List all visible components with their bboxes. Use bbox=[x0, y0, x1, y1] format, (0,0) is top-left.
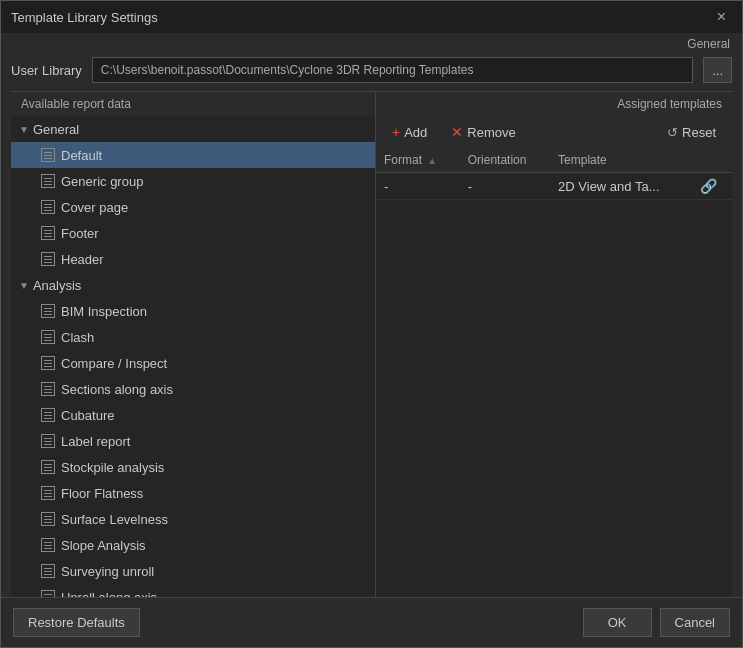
doc-icon-label-report bbox=[41, 434, 55, 448]
tree-item-footer-label: Footer bbox=[61, 226, 99, 241]
doc-icon-surveying-unroll bbox=[41, 564, 55, 578]
remove-icon: ✕ bbox=[451, 124, 463, 140]
ok-button[interactable]: OK bbox=[583, 608, 652, 637]
tree-item-footer[interactable]: Footer bbox=[11, 220, 375, 246]
tree-item-unroll-along-axis[interactable]: Unroll along axis bbox=[11, 584, 375, 597]
tree-item-label-report[interactable]: Label report bbox=[11, 428, 375, 454]
tree-container[interactable]: ▼ General Default Generic group bbox=[11, 116, 375, 597]
tree-item-clash[interactable]: Clash bbox=[11, 324, 375, 350]
remove-button[interactable]: ✕ Remove bbox=[445, 121, 521, 143]
user-library-row: User Library ... bbox=[1, 53, 742, 91]
template-table: Format ▲ Orientation Template bbox=[376, 148, 732, 200]
row-template: 2D View and Ta... bbox=[550, 173, 692, 200]
template-table-container[interactable]: Format ▲ Orientation Template bbox=[376, 148, 732, 597]
toolbar: + Add ✕ Remove ↺ Reset bbox=[376, 116, 732, 148]
tree-item-cubature-label: Cubature bbox=[61, 408, 114, 423]
dialog-title: Template Library Settings bbox=[11, 10, 158, 25]
tree-item-header-label: Header bbox=[61, 252, 104, 267]
tree-group-analysis[interactable]: ▼ Analysis bbox=[11, 272, 375, 298]
tree-item-cover-page[interactable]: Cover page bbox=[11, 194, 375, 220]
reset-label: Reset bbox=[682, 125, 716, 140]
col-format-label: Format bbox=[384, 153, 422, 167]
tree-item-surface-levelness[interactable]: Surface Levelness bbox=[11, 506, 375, 532]
doc-icon-header bbox=[41, 252, 55, 266]
col-template: Template bbox=[550, 148, 692, 173]
tree-item-surveying-unroll[interactable]: Surveying unroll bbox=[11, 558, 375, 584]
tree-item-surface-levelness-label: Surface Levelness bbox=[61, 512, 168, 527]
doc-icon-stockpile-analysis bbox=[41, 460, 55, 474]
tree-item-compare-inspect-label: Compare / Inspect bbox=[61, 356, 167, 371]
cancel-button[interactable]: Cancel bbox=[660, 608, 730, 637]
left-panel: Available report data ▼ General Default bbox=[11, 92, 376, 597]
reset-button[interactable]: ↺ Reset bbox=[661, 122, 722, 143]
right-panel: Assigned templates + Add ✕ Remove ↺ Rese… bbox=[376, 92, 732, 597]
tree-item-default-label: Default bbox=[61, 148, 102, 163]
link-icon[interactable]: 🔗 bbox=[700, 178, 717, 194]
expand-icon-general: ▼ bbox=[19, 124, 29, 135]
user-library-input[interactable] bbox=[92, 57, 693, 83]
footer-bar: Restore Defaults OK Cancel bbox=[1, 597, 742, 647]
assigned-templates-header: Assigned templates bbox=[376, 92, 732, 116]
title-bar: Template Library Settings × bbox=[1, 1, 742, 33]
tree-item-bim-inspection[interactable]: BIM Inspection bbox=[11, 298, 375, 324]
close-button[interactable]: × bbox=[711, 7, 732, 27]
tree-item-label-report-label: Label report bbox=[61, 434, 130, 449]
col-orientation-label: Orientation bbox=[468, 153, 527, 167]
browse-button[interactable]: ... bbox=[703, 57, 732, 83]
tree-item-stockpile-analysis-label: Stockpile analysis bbox=[61, 460, 164, 475]
doc-icon-slope-analysis bbox=[41, 538, 55, 552]
available-report-data-header: Available report data bbox=[11, 92, 375, 116]
tree-item-bim-inspection-label: BIM Inspection bbox=[61, 304, 147, 319]
tree-item-cover-page-label: Cover page bbox=[61, 200, 128, 215]
restore-defaults-button[interactable]: Restore Defaults bbox=[13, 608, 140, 637]
doc-icon-generic-group bbox=[41, 174, 55, 188]
tree-item-compare-inspect[interactable]: Compare / Inspect bbox=[11, 350, 375, 376]
row-link-cell: 🔗 bbox=[692, 173, 732, 200]
tree-item-floor-flatness[interactable]: Floor Flatness bbox=[11, 480, 375, 506]
tree-item-slope-analysis-label: Slope Analysis bbox=[61, 538, 146, 553]
tree-group-general-label: General bbox=[33, 122, 79, 137]
col-template-label: Template bbox=[558, 153, 607, 167]
tree-item-sections-along-axis-label: Sections along axis bbox=[61, 382, 173, 397]
tree-item-slope-analysis[interactable]: Slope Analysis bbox=[11, 532, 375, 558]
doc-icon-unroll-along-axis bbox=[41, 590, 55, 597]
tree-item-cubature[interactable]: Cubature bbox=[11, 402, 375, 428]
add-icon: + bbox=[392, 124, 400, 140]
tree-item-stockpile-analysis[interactable]: Stockpile analysis bbox=[11, 454, 375, 480]
doc-icon-cubature bbox=[41, 408, 55, 422]
tree-item-unroll-along-axis-label: Unroll along axis bbox=[61, 590, 157, 598]
doc-icon-footer bbox=[41, 226, 55, 240]
doc-icon-compare-inspect bbox=[41, 356, 55, 370]
col-format[interactable]: Format ▲ bbox=[376, 148, 460, 173]
tree-item-clash-label: Clash bbox=[61, 330, 94, 345]
doc-icon-bim-inspection bbox=[41, 304, 55, 318]
col-orientation: Orientation bbox=[460, 148, 550, 173]
tree-item-generic-group-label: Generic group bbox=[61, 174, 143, 189]
remove-label: Remove bbox=[467, 125, 515, 140]
doc-icon-floor-flatness bbox=[41, 486, 55, 500]
add-label: Add bbox=[404, 125, 427, 140]
tree-item-header[interactable]: Header bbox=[11, 246, 375, 272]
doc-icon-clash bbox=[41, 330, 55, 344]
tree-item-surveying-unroll-label: Surveying unroll bbox=[61, 564, 154, 579]
tree-item-generic-group[interactable]: Generic group bbox=[11, 168, 375, 194]
col-actions bbox=[692, 148, 732, 173]
ok-cancel-group: OK Cancel bbox=[583, 608, 730, 637]
row-orientation: - bbox=[460, 173, 550, 200]
doc-icon-sections-along-axis bbox=[41, 382, 55, 396]
tree-group-general[interactable]: ▼ General bbox=[11, 116, 375, 142]
user-library-label: User Library bbox=[11, 63, 82, 78]
sort-arrow-format: ▲ bbox=[427, 155, 437, 166]
table-row[interactable]: - - 2D View and Ta... 🔗 bbox=[376, 173, 732, 200]
general-label-row: General bbox=[1, 33, 742, 53]
expand-icon-analysis: ▼ bbox=[19, 280, 29, 291]
tree-item-sections-along-axis[interactable]: Sections along axis bbox=[11, 376, 375, 402]
doc-icon-cover-page bbox=[41, 200, 55, 214]
doc-icon-surface-levelness bbox=[41, 512, 55, 526]
dialog-window: Template Library Settings × General User… bbox=[0, 0, 743, 648]
row-format: - bbox=[376, 173, 460, 200]
tree-item-floor-flatness-label: Floor Flatness bbox=[61, 486, 143, 501]
tree-item-default[interactable]: Default bbox=[11, 142, 375, 168]
doc-icon-default bbox=[41, 148, 55, 162]
add-button[interactable]: + Add bbox=[386, 121, 433, 143]
